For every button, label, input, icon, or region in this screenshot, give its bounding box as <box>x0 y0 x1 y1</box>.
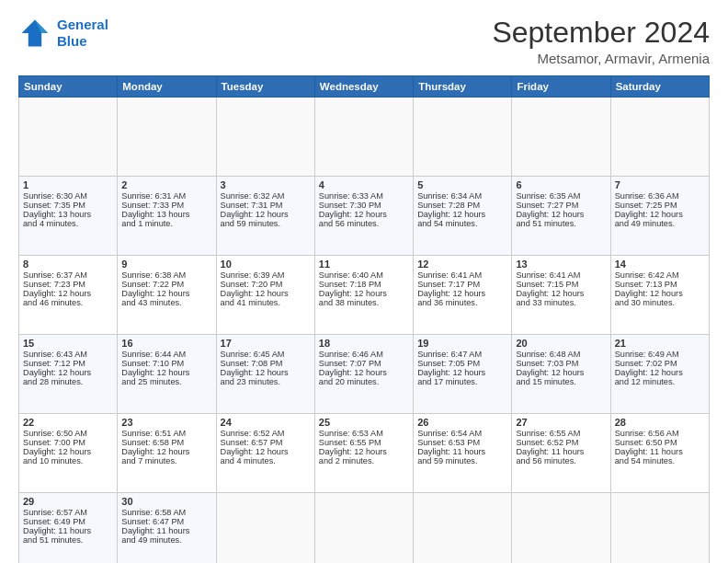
day-info: Sunrise: 6:31 AM <box>121 191 211 201</box>
day-info: Sunrise: 6:40 AM <box>319 270 409 280</box>
day-header-wednesday: Wednesday <box>314 76 413 98</box>
day-info: Daylight: 12 hours <box>615 368 705 377</box>
day-info: Sunset: 7:22 PM <box>121 280 211 289</box>
calendar-cell <box>414 98 512 177</box>
day-info: Sunset: 7:08 PM <box>221 359 311 368</box>
calendar-cell: 27Sunrise: 6:55 AMSunset: 6:52 PMDayligh… <box>512 414 610 493</box>
day-info: Daylight: 12 hours <box>221 368 311 377</box>
day-number: 6 <box>516 179 606 190</box>
day-info: and 28 minutes. <box>23 377 113 386</box>
calendar-cell: 10Sunrise: 6:39 AMSunset: 7:20 PMDayligh… <box>216 256 314 335</box>
calendar-week-2: 8Sunrise: 6:37 AMSunset: 7:23 PMDaylight… <box>19 256 710 335</box>
day-info: Sunset: 7:13 PM <box>615 280 705 289</box>
day-info: and 54 minutes. <box>417 219 507 228</box>
calendar-cell: 29Sunrise: 6:57 AMSunset: 6:49 PMDayligh… <box>19 493 118 563</box>
day-info: and 46 minutes. <box>23 298 113 307</box>
calendar-cell <box>216 493 314 563</box>
day-info: Sunset: 6:53 PM <box>417 438 507 447</box>
calendar-week-4: 22Sunrise: 6:50 AMSunset: 7:00 PMDayligh… <box>19 414 710 493</box>
day-number: 27 <box>516 417 606 428</box>
day-number: 20 <box>516 338 606 349</box>
day-info: Daylight: 12 hours <box>221 210 311 219</box>
day-info: Sunset: 7:35 PM <box>23 201 113 210</box>
day-info: Sunrise: 6:34 AM <box>417 191 507 201</box>
calendar-cell: 1Sunrise: 6:30 AMSunset: 7:35 PMDaylight… <box>19 177 118 256</box>
day-info: Daylight: 12 hours <box>319 447 409 456</box>
logo-line2: Blue <box>57 33 87 49</box>
calendar-cell: 18Sunrise: 6:46 AMSunset: 7:07 PMDayligh… <box>314 335 413 414</box>
day-info: and 36 minutes. <box>417 298 507 307</box>
day-info: Daylight: 12 hours <box>23 289 113 298</box>
day-info: Sunset: 7:15 PM <box>516 280 606 289</box>
calendar-cell: 24Sunrise: 6:52 AMSunset: 6:57 PMDayligh… <box>216 414 314 493</box>
day-info: Daylight: 12 hours <box>417 289 507 298</box>
day-number: 14 <box>615 259 705 270</box>
day-info: and 43 minutes. <box>121 298 211 307</box>
calendar-week-5: 29Sunrise: 6:57 AMSunset: 6:49 PMDayligh… <box>19 493 710 563</box>
day-info: Sunset: 7:23 PM <box>23 280 113 289</box>
day-info: Daylight: 11 hours <box>615 447 705 456</box>
day-info: Sunset: 7:17 PM <box>417 280 507 289</box>
calendar-cell: 22Sunrise: 6:50 AMSunset: 7:00 PMDayligh… <box>19 414 118 493</box>
day-info: and 38 minutes. <box>319 298 409 307</box>
day-info: and 17 minutes. <box>417 377 507 386</box>
calendar-cell: 15Sunrise: 6:43 AMSunset: 7:12 PMDayligh… <box>19 335 118 414</box>
day-info: Daylight: 12 hours <box>121 447 211 456</box>
day-header-thursday: Thursday <box>414 76 512 98</box>
day-info: Daylight: 12 hours <box>615 210 705 219</box>
page: General Blue September 2024 Metsamor, Ar… <box>0 0 728 563</box>
day-info: Sunrise: 6:44 AM <box>121 350 211 359</box>
calendar-cell: 16Sunrise: 6:44 AMSunset: 7:10 PMDayligh… <box>118 335 216 414</box>
calendar-cell: 4Sunrise: 6:33 AMSunset: 7:30 PMDaylight… <box>314 177 413 256</box>
calendar-cell <box>414 493 512 563</box>
day-info: Sunrise: 6:47 AM <box>417 350 507 359</box>
day-header-tuesday: Tuesday <box>216 76 314 98</box>
day-info: Daylight: 11 hours <box>23 526 113 535</box>
day-info: Sunrise: 6:57 AM <box>23 508 113 517</box>
day-info: Sunset: 6:50 PM <box>615 438 705 447</box>
day-info: Daylight: 12 hours <box>417 210 507 219</box>
day-number: 8 <box>23 259 113 270</box>
calendar-cell: 26Sunrise: 6:54 AMSunset: 6:53 PMDayligh… <box>414 414 512 493</box>
day-info: Sunset: 6:52 PM <box>516 438 606 447</box>
day-info: Sunset: 6:57 PM <box>221 438 311 447</box>
day-info: Sunrise: 6:54 AM <box>417 429 507 438</box>
day-number: 21 <box>615 338 705 349</box>
day-info: Daylight: 12 hours <box>121 368 211 377</box>
day-info: Sunset: 7:20 PM <box>221 280 311 289</box>
day-info: and 41 minutes. <box>221 298 311 307</box>
calendar-cell: 25Sunrise: 6:53 AMSunset: 6:55 PMDayligh… <box>314 414 413 493</box>
day-info: Daylight: 13 hours <box>121 210 211 219</box>
day-info: and 54 minutes. <box>615 456 705 465</box>
calendar-cell <box>19 98 118 177</box>
day-info: Daylight: 12 hours <box>319 289 409 298</box>
day-number: 3 <box>221 179 311 190</box>
logo-icon <box>18 17 51 50</box>
calendar-cell: 30Sunrise: 6:58 AMSunset: 6:47 PMDayligh… <box>118 493 216 563</box>
day-number: 15 <box>23 338 113 349</box>
day-info: and 4 minutes. <box>23 219 113 228</box>
calendar-cell: 5Sunrise: 6:34 AMSunset: 7:28 PMDaylight… <box>414 177 512 256</box>
calendar-cell <box>610 98 709 177</box>
day-info: Sunrise: 6:51 AM <box>121 429 211 438</box>
day-info: Sunset: 7:05 PM <box>417 359 507 368</box>
day-info: Daylight: 12 hours <box>121 289 211 298</box>
calendar-week-0 <box>19 98 710 177</box>
day-info: Sunset: 7:18 PM <box>319 280 409 289</box>
calendar-cell: 21Sunrise: 6:49 AMSunset: 7:02 PMDayligh… <box>610 335 709 414</box>
day-info: Sunrise: 6:35 AM <box>516 191 606 201</box>
day-info: and 23 minutes. <box>221 377 311 386</box>
day-info: and 20 minutes. <box>319 377 409 386</box>
calendar-cell: 8Sunrise: 6:37 AMSunset: 7:23 PMDaylight… <box>19 256 118 335</box>
day-number: 26 <box>417 417 507 428</box>
day-info: and 51 minutes. <box>516 219 606 228</box>
location-subtitle: Metsamor, Armavir, Armenia <box>492 51 710 66</box>
calendar-cell <box>512 493 610 563</box>
day-info: Sunset: 7:31 PM <box>221 201 311 210</box>
day-info: and 4 minutes. <box>221 456 311 465</box>
calendar-cell: 14Sunrise: 6:42 AMSunset: 7:13 PMDayligh… <box>610 256 709 335</box>
day-number: 25 <box>319 417 409 428</box>
day-info: Sunrise: 6:58 AM <box>121 508 211 517</box>
day-info: Sunset: 6:49 PM <box>23 517 113 526</box>
day-info: and 15 minutes. <box>516 377 606 386</box>
